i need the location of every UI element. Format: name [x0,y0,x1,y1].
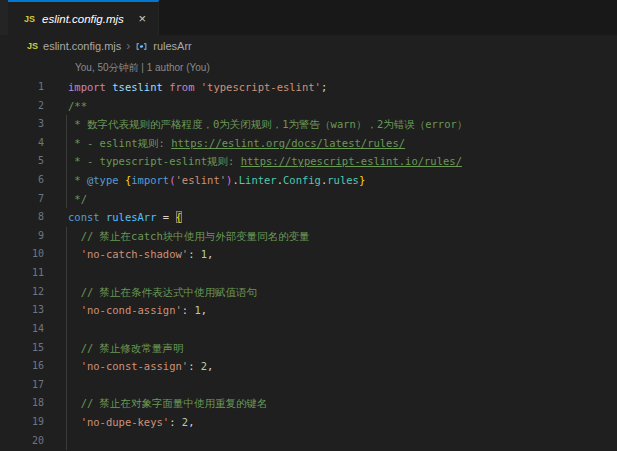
code-line[interactable]: 3 * 数字代表规则的严格程度，0为关闭规则，1为警告（warn），2为错误（e… [0,115,617,134]
code-text: 'no-const-assign': 2, [68,357,213,376]
line-number[interactable]: 14 [0,320,44,339]
code-token: // 禁止在条件表达式中使用赋值语句 [68,286,257,298]
code-token: * - eslint规则: [68,137,171,149]
code-text: // 禁止修改常量声明 [68,339,184,358]
code-line[interactable]: 19 'no-dupe-keys': 2, [0,413,617,432]
code-token: 'typescript-eslint' [201,81,321,93]
code-token: ; [321,81,327,93]
code-token: , [207,248,213,260]
line-number[interactable]: 8 [0,208,44,227]
code-line[interactable]: 8const rulesArr = { [0,208,617,227]
gitlens-blame-lens[interactable]: You, 50分钟前 | 1 author (You) [0,57,617,78]
code-line[interactable]: 16 'no-const-assign': 2, [0,357,617,376]
code-editor[interactable]: You, 50分钟前 | 1 author (You) 1import tses… [0,57,617,451]
line-number[interactable]: 4 [0,134,44,153]
line-number[interactable]: 3 [0,115,44,134]
symbol-variable-icon [135,40,148,53]
code-line[interactable]: 15 // 禁止修改常量声明 [0,339,617,358]
code-line[interactable]: 1import tseslint from 'typescript-eslint… [0,78,617,97]
code-lines: 1import tseslint from 'typescript-eslint… [0,78,617,450]
code-token: * [68,174,87,186]
code-token: // 禁止在catch块中使用与外部变量同名的变量 [68,230,310,242]
breadcrumb-symbol[interactable]: rulesArr [153,40,192,52]
code-token: */ [68,193,87,205]
code-text: const rulesArr = { [68,208,182,227]
code-line[interactable]: 5 * - typescript-eslint规则: https://types… [0,152,617,171]
code-text: /** [68,97,87,116]
code-line[interactable]: 10 'no-catch-shadow': 1, [0,245,617,264]
tab-bar: JS eslint.config.mjs × [0,0,617,35]
code-line[interactable]: 2/** [0,97,617,116]
line-number[interactable]: 1 [0,78,44,97]
code-token: 'no-const-assign' [81,360,188,372]
code-token: 'no-catch-shadow' [81,248,188,260]
line-number[interactable]: 18 [0,394,44,413]
code-text: */ [68,190,87,209]
line-number[interactable]: 19 [0,413,44,432]
line-number[interactable]: 10 [0,245,44,264]
code-token: { [176,211,182,223]
code-text: * @type {import('eslint').Linter.Config.… [68,171,365,190]
code-token: : [169,416,182,428]
code-token: // 禁止修改常量声明 [68,342,184,354]
code-token: const [68,211,100,223]
line-number[interactable]: 13 [0,301,44,320]
code-token: https://typescript-eslint.io/rules/ [241,155,462,167]
code-token: rules [327,174,359,186]
line-number[interactable]: 9 [0,227,44,246]
code-line[interactable]: 12 // 禁止在条件表达式中使用赋值语句 [0,283,617,302]
chevron-right-icon: › [126,39,130,53]
code-line[interactable]: 14 [0,320,617,339]
code-token: : [188,360,201,372]
code-line[interactable]: 17 [0,376,617,395]
code-line[interactable]: 6 * @type {import('eslint').Linter.Confi… [0,171,617,190]
code-text: * - eslint规则: https://eslint.org/docs/la… [68,134,405,153]
line-number[interactable]: 2 [0,97,44,116]
code-token: import [68,81,106,93]
code-token [68,248,81,260]
code-token: 'eslint' [176,174,227,186]
code-token: , [201,304,207,316]
code-token: * 数字代表规则的严格程度，0为关闭规则，1为警告（warn），2为错误（err… [68,118,467,130]
close-icon[interactable]: × [138,12,146,25]
breadcrumb: JS eslint.config.mjs › rulesArr [0,35,617,57]
code-token: : [182,304,195,316]
code-text: import tseslint from 'typescript-eslint'… [68,78,327,97]
line-number[interactable]: 15 [0,339,44,358]
js-file-icon: JS [24,14,35,24]
code-token: /** [68,100,87,112]
code-token: : [188,248,201,260]
line-number[interactable]: 6 [0,171,44,190]
code-text: 'no-dupe-keys': 2, [68,413,194,432]
code-text: * - typescript-eslint规则: https://typescr… [68,152,462,171]
code-text: 'no-catch-shadow': 1, [68,245,213,264]
code-token: Config [283,174,321,186]
code-text: // 禁止在条件表达式中使用赋值语句 [68,283,257,302]
line-number[interactable]: 5 [0,152,44,171]
code-line[interactable]: 7 */ [0,190,617,209]
code-line[interactable]: 18 // 禁止在对象字面量中使用重复的键名 [0,394,617,413]
breadcrumb-file[interactable]: eslint.config.mjs [43,40,121,52]
tab-eslint-config-mjs[interactable]: JS eslint.config.mjs × [8,0,159,35]
code-token: * - typescript-eslint规则: [68,155,241,167]
code-token: https://eslint.org/docs/latest/rules/ [171,137,405,149]
code-token [68,304,81,316]
code-line[interactable]: 13 'no-cond-assign': 1, [0,301,617,320]
line-number[interactable]: 16 [0,357,44,376]
code-line[interactable]: 11 [0,264,617,283]
line-number[interactable]: 7 [0,190,44,209]
line-number[interactable]: 12 [0,283,44,302]
vscode-window: JS eslint.config.mjs × JS eslint.config.… [0,0,617,451]
code-line[interactable]: 9 // 禁止在catch块中使用与外部变量同名的变量 [0,227,617,246]
tab-title: eslint.config.mjs [42,13,124,25]
code-text: // 禁止在catch块中使用与外部变量同名的变量 [68,227,310,246]
line-number[interactable]: 20 [0,432,44,451]
code-text: * 数字代表规则的严格程度，0为关闭规则，1为警告（warn），2为错误（err… [68,115,467,134]
code-token: 'no-dupe-keys' [81,416,170,428]
line-number[interactable]: 17 [0,376,44,395]
line-number[interactable]: 11 [0,264,44,283]
code-text: // 禁止在对象字面量中使用重复的键名 [68,394,268,413]
code-token [68,416,81,428]
code-line[interactable]: 4 * - eslint规则: https://eslint.org/docs/… [0,134,617,153]
code-line[interactable]: 20 [0,432,617,451]
